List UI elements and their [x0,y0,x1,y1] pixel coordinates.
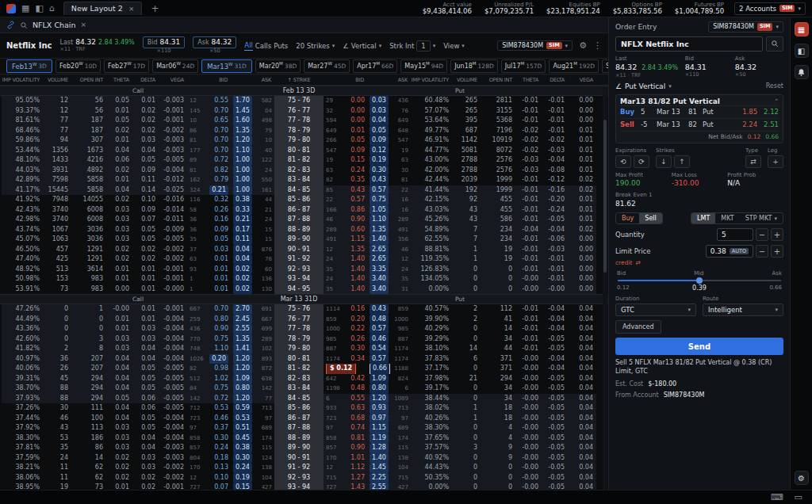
send-button[interactable]: Send [615,338,783,355]
strike-cell[interactable]: 77 - 78 [274,116,324,126]
put-bid-cell[interactable]: 320.00 [324,106,367,116]
call-ask-cell[interactable]: 0.51689 [231,423,274,433]
call-bid-cell[interactable]: 8040.18 [187,453,231,464]
call-bid-cell[interactable]: 4360.90 [187,324,231,334]
put-bid-cell[interactable]: 7151.27 [324,473,367,483]
put-ask-cell[interactable]: 0.571174 [367,354,411,365]
strike-cell[interactable]: 79 - 80 [274,344,324,354]
gear-icon[interactable]: ⚙ [579,41,587,50]
strike-cell[interactable]: 89 - 90 [274,443,324,453]
slider-handle[interactable] [696,277,703,284]
strike-cell[interactable]: 81 - 82 [274,155,324,166]
call-bid-cell[interactable]: 1620.79 [187,175,231,185]
strategy-select[interactable]: ∠ Put Vertical ▾ [615,82,672,90]
call-ask-cell[interactable]: 0.1115 [231,235,274,245]
ask-value[interactable]: 84.32 [735,63,783,72]
put-ask-cell[interactable]: 0.09547 [367,136,411,146]
put-bid-cell[interactable]: 241.40 [324,254,367,265]
call-bid-cell[interactable]: 3240.21 [187,185,231,196]
put-bid-cell[interactable]: 7230.68 [324,414,367,424]
put-bid-cell[interactable]: 220.57 [324,195,367,205]
call-bid-cell[interactable]: 2590.80 [187,315,231,325]
call-bid-cell[interactable]: 840.75 [187,384,231,394]
order-symbol-input[interactable] [615,36,763,52]
expiration-tab-mar20[interactable]: Mar20M38D [255,59,301,72]
strike-cell[interactable]: 91 - 92 [274,463,324,473]
put-bid-cell[interactable]: 7271.43 [324,483,367,490]
strike-cell[interactable]: 79 - 80 [274,136,324,146]
put-ask-cell[interactable]: 0.0376 [367,106,411,116]
strike-cell[interactable]: 90 - 91 [274,245,324,255]
search-icon[interactable] [20,21,28,29]
put-ask-cell[interactable]: 0.481000 [367,315,411,325]
call-ask-cell[interactable]: 0.30124 [231,453,274,464]
call-bid-cell[interactable]: 860.70 [187,126,231,136]
order-leg-row[interactable]: Buy5Mar 1381Put1.852.12 [620,105,779,118]
order-leg-row[interactable]: Sell-5Mar 1382Put2.242.51 [620,118,779,131]
strike-cell[interactable]: 84 - 85 [274,394,324,404]
put-bid-cell[interactable]: 850.43 [324,185,367,196]
call-ask-cell[interactable]: 1.2077 [231,394,274,404]
strike-cell[interactable]: 85 - 86 [274,195,324,205]
close-icon[interactable]: × [128,5,135,13]
call-bid-cell[interactable]: 810.82 [187,166,231,176]
strike-cell[interactable]: 92 - 93 [274,473,324,483]
call-bid-cell[interactable]: 360.16 [187,215,231,225]
call-ask-cell[interactable]: 2.45667 [231,315,274,325]
call-ask-cell[interactable]: 0.38115 [231,443,274,453]
put-ask-cell[interactable]: 0.05648 [367,126,411,136]
filter-calls[interactable]: Calls [255,42,271,50]
call-ask-cell[interactable]: 1.70582 [231,96,274,106]
strike-interval-select[interactable]: Strk Int 1 ▾ [389,40,435,52]
spread-select[interactable]: ∠ Vertical ▾ [343,42,381,50]
strike-cell[interactable]: 91 - 92 [274,254,324,265]
strike-cell[interactable]: 85 - 86 [274,403,324,414]
strike-cell[interactable]: 93 - 94 [274,274,324,284]
strike-cell[interactable]: 84 - 85 [274,185,324,196]
call-ask-cell[interactable]: 1.00550 [231,175,274,185]
call-bid-cell[interactable]: 100.65 [187,116,231,126]
put-ask-cell[interactable]: 0.93713 [367,403,411,414]
call-ask-cell[interactable]: 2.70691 [231,304,274,315]
put-ask-cell[interactable]: 1.28115 [367,443,411,453]
put-bid-cell[interactable]: 2660.05 [324,136,367,146]
expiration-tab-mar27[interactable]: Mar27W45D [304,59,350,72]
filter-puts[interactable]: Puts [274,42,288,50]
put-bid-cell[interactable]: 290.00 [324,96,367,106]
call-bid-cell[interactable]: 930.01 [187,265,231,275]
strike-cell[interactable]: 88 - 89 [274,225,324,235]
call-bid-cell[interactable]: 7270.07 [187,483,231,490]
put-ask-cell[interactable]: 0.3030 [367,166,411,176]
call-bid-cell[interactable]: 810.70 [187,136,231,146]
call-bid-cell[interactable]: 580.26 [187,205,231,216]
expiration-tab-feb27[interactable]: Feb27W17D [104,59,149,72]
put-ask-cell[interactable]: 1.40356 [367,235,411,245]
call-bid-cell[interactable]: 120.55 [187,96,231,106]
put-ask-cell[interactable]: 1.10289 [367,215,411,225]
expiration-tab-feb20[interactable]: Feb20W10D [56,59,101,72]
strike-cell[interactable]: 82 - 83 [274,166,324,176]
strike-cell[interactable]: 86 - 87 [274,205,324,216]
strike-cell[interactable]: 88 - 89 [274,433,324,444]
put-bid-cell[interactable]: 351.40 [324,265,367,275]
strike-cell[interactable]: 76 - 77 [274,106,324,116]
put-ask-cell[interactable]: 0.661188 [367,364,411,374]
call-ask-cell[interactable]: 0.2124 [231,215,274,225]
put-ask-cell[interactable]: 1.35491 [367,225,411,235]
quantity-increase-button[interactable]: + [771,228,783,241]
put-bid-cell[interactable]: 460.90 [324,215,367,225]
close-icon[interactable]: × [81,21,87,29]
home-icon[interactable]: ⌂ [49,4,55,13]
call-ask-cell[interactable]: 1.35289 [231,334,274,345]
call-ask-cell[interactable]: 1.20893 [231,354,274,365]
call-ask-cell[interactable]: 0.80142 [231,384,274,394]
put-bid-cell[interactable]: 8580.81 [324,433,367,444]
call-ask-cell[interactable]: 1.00161 [231,185,274,196]
route-select[interactable]: Intelligent▾ [703,304,783,316]
reset-button[interactable]: Reset [766,82,783,90]
strike-cell[interactable]: 80 - 81 [274,146,324,156]
put-ask-cell[interactable]: 2.25715 [367,473,411,483]
filter-all[interactable]: All [244,41,253,51]
call-bid-cell[interactable]: 1700.13 [187,463,231,473]
put-bid-cell[interactable]: 8870.30 [324,344,367,354]
